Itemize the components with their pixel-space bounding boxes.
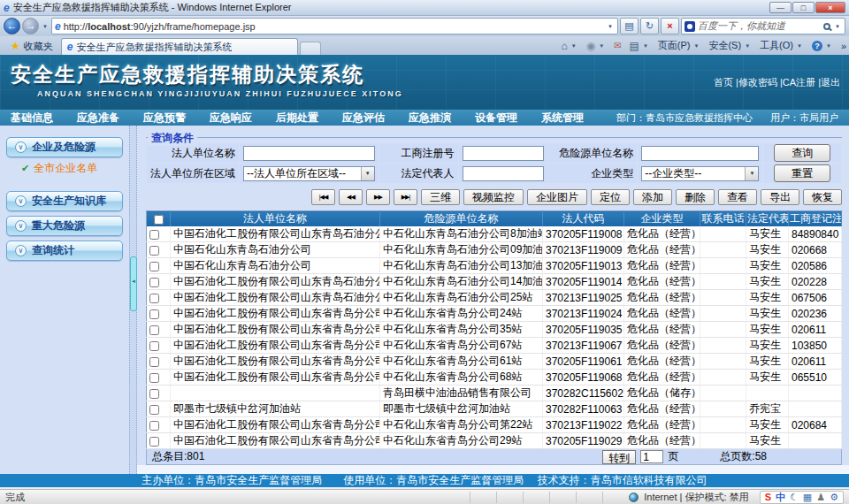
moon-icon[interactable]: ☾: [790, 491, 799, 503]
chinese-mode-icon[interactable]: 中: [776, 491, 785, 503]
row-checkbox[interactable]: [149, 246, 159, 256]
action-button[interactable]: 视频监控: [463, 189, 524, 205]
action-button[interactable]: 导出: [761, 189, 799, 205]
row-checkbox[interactable]: [149, 309, 159, 319]
menu-item[interactable]: 应急评估: [342, 111, 385, 126]
maximize-button[interactable]: □: [792, 2, 815, 13]
stop-button[interactable]: ×: [661, 18, 679, 34]
pager-button[interactable]: ▶▶: [366, 189, 390, 205]
table-row[interactable]: 中国石化山东青岛石油分公司中石化山东青岛石油分公司13加油站370205F119…: [147, 258, 842, 274]
compatibility-view-button[interactable]: ▤: [620, 18, 639, 34]
row-checkbox[interactable]: [149, 437, 159, 447]
table-row[interactable]: 中国石油化工股份有限公司山东省青岛分公司中石化山东省青岛分公司35站370205…: [147, 322, 842, 338]
table-row[interactable]: 中国石油化工股份有限公司山东省青岛分公司中石化山东省青岛分公司29站370205…: [147, 433, 842, 449]
row-checkbox[interactable]: [149, 421, 159, 431]
soft-keyboard-icon[interactable]: ▦: [803, 491, 812, 503]
pager-button[interactable]: ◀◀: [339, 189, 363, 205]
region-select[interactable]: --法人单位所在区域--▼: [243, 166, 375, 181]
hazard-name-input[interactable]: [641, 146, 759, 161]
pager-button[interactable]: |◀◀: [311, 189, 335, 205]
corp-type-select[interactable]: --企业类型--▼: [641, 166, 759, 181]
reg-no-input[interactable]: [463, 146, 545, 161]
menu-item[interactable]: 应急准备: [77, 111, 119, 126]
search-input[interactable]: 百度一下，你就知道: [698, 19, 821, 33]
corp-name-input[interactable]: [243, 146, 375, 161]
row-checkbox[interactable]: [149, 278, 159, 287]
action-button[interactable]: 添加: [633, 189, 672, 205]
action-button[interactable]: 查看: [718, 189, 757, 205]
menu-item[interactable]: 应急推演: [409, 111, 451, 126]
row-checkbox[interactable]: [149, 341, 159, 351]
sidebar-splitter[interactable]: [129, 126, 137, 474]
sidebar-group[interactable]: ∨查询统计: [6, 241, 123, 261]
safety-menu[interactable]: 安全(S)▼: [708, 39, 752, 52]
forward-button[interactable]: →: [22, 18, 39, 34]
user-icon[interactable]: ♟: [816, 491, 825, 503]
header-link[interactable]: 首页: [714, 77, 733, 88]
search-icon[interactable]: [823, 23, 830, 30]
print-button[interactable]: ▤▼: [630, 40, 650, 52]
row-checkbox[interactable]: [149, 294, 159, 303]
table-row[interactable]: 中国石化山东青岛石油分公司中石化山东青岛石油分公司09加油站370213F119…: [147, 242, 842, 258]
more-commands-button[interactable]: »: [841, 41, 846, 51]
table-row[interactable]: 中国石油化工股份有限公司山东青岛石油分公司中石化山东青岛石油分公司25站3702…: [147, 290, 842, 306]
header-link[interactable]: 退出: [821, 77, 840, 88]
row-checkbox[interactable]: [149, 389, 159, 399]
search-button[interactable]: 查询: [774, 144, 830, 162]
menu-item[interactable]: 设备管理: [475, 111, 517, 126]
help-menu[interactable]: ?▼: [812, 41, 833, 51]
menu-item[interactable]: 基础信息: [11, 111, 53, 126]
address-dropdown-icon[interactable]: ▼: [606, 24, 615, 29]
sogou-icon[interactable]: S: [765, 491, 771, 503]
action-button[interactable]: 定位: [591, 189, 630, 205]
table-row[interactable]: 中国石油化工股份有限公司山东青岛石油分公司中石化山东青岛石油分公司8加油站370…: [147, 226, 842, 242]
menu-item[interactable]: 应急响应: [210, 111, 252, 126]
legal-rep-input[interactable]: [463, 166, 545, 181]
menu-item[interactable]: 系统管理: [541, 111, 584, 126]
history-dropdown-icon[interactable]: ▼: [41, 24, 50, 29]
menu-item[interactable]: 后期处置: [276, 111, 318, 126]
table-row[interactable]: 中国石油化工股份有限公司山东省青岛分公司中石化山东省青岛分公司24站370213…: [147, 306, 842, 322]
tools-menu[interactable]: 工具(O)▼: [760, 39, 804, 52]
sidebar-group[interactable]: ∨安全生产知识库: [6, 191, 123, 211]
splitter-handle[interactable]: [130, 256, 137, 311]
close-button[interactable]: ×: [815, 2, 845, 13]
reset-button[interactable]: 重置: [774, 164, 830, 182]
select-all-checkbox[interactable]: [154, 215, 164, 225]
feeds-button[interactable]: ◉▼: [586, 40, 606, 52]
sidebar-group[interactable]: ∨企业及危险源: [6, 137, 123, 157]
action-button[interactable]: 企业图片: [527, 189, 587, 205]
row-checkbox[interactable]: [149, 373, 159, 383]
back-button[interactable]: ←: [4, 18, 20, 34]
minimize-button[interactable]: —: [769, 2, 792, 13]
address-bar[interactable]: e http://localhost:90/yjzh/frame/homepag…: [51, 18, 618, 34]
new-tab-stub[interactable]: [300, 42, 321, 55]
search-box[interactable]: 百度一下，你就知道 ▼: [681, 18, 845, 34]
favorites-button[interactable]: ★ 收藏夹: [3, 38, 61, 54]
row-checkbox[interactable]: [149, 325, 159, 335]
table-row[interactable]: 中国石油化工股份有限公司山东省青岛分公司中石化山东省青岛分公司61站370205…: [147, 354, 842, 370]
sidebar-item-active[interactable]: ✔全市企业名单: [21, 161, 129, 176]
table-row[interactable]: 即墨市七级镇中岔河加油站即墨市七级镇中岔河加油站370282F110063危化品…: [147, 401, 842, 417]
home-button[interactable]: ⌂▼: [562, 40, 578, 52]
table-row[interactable]: 青岛田横中油油品销售有限公司370282C115602危化品（储存）: [147, 386, 842, 401]
row-checkbox[interactable]: [149, 262, 159, 271]
row-checkbox[interactable]: [149, 357, 159, 367]
goto-page-button[interactable]: 转到: [602, 450, 636, 464]
action-button[interactable]: 三维: [421, 189, 460, 205]
wrench-icon[interactable]: ⚙: [830, 491, 838, 503]
pager-button[interactable]: ▶▶|: [394, 189, 417, 205]
page-menu[interactable]: 页面(P)▼: [658, 39, 701, 52]
menu-item[interactable]: 应急预警: [143, 111, 186, 126]
tab-active[interactable]: e 安全生产应急救援指挥辅助决策系统: [61, 38, 298, 55]
refresh-button[interactable]: ↻: [640, 18, 659, 34]
table-row[interactable]: 中国石油化工股份有限公司山东省青岛分公司中石化山东省青岛分公司67站370213…: [147, 338, 842, 354]
search-dropdown-icon[interactable]: ▼: [833, 24, 842, 29]
table-row[interactable]: 中国石油化工股份有限公司山东青岛石油分公司中石化山东青岛石油分公司14加油站37…: [147, 274, 842, 290]
header-link[interactable]: 修改密码: [738, 77, 777, 88]
url-text[interactable]: http://localhost:90/yjzh/frame/homepage.…: [64, 21, 603, 32]
mail-button[interactable]: ✉: [614, 41, 621, 50]
table-row[interactable]: 中国石油化工股份有限公司山东省青岛分公司中石化山东省青岛分公司第22站37021…: [147, 417, 842, 433]
header-link[interactable]: CA注册: [783, 77, 815, 88]
table-row[interactable]: 中国石油化工股份有限公司山东省青岛分公司中石化山东省青岛分公司68站370205…: [147, 370, 842, 386]
